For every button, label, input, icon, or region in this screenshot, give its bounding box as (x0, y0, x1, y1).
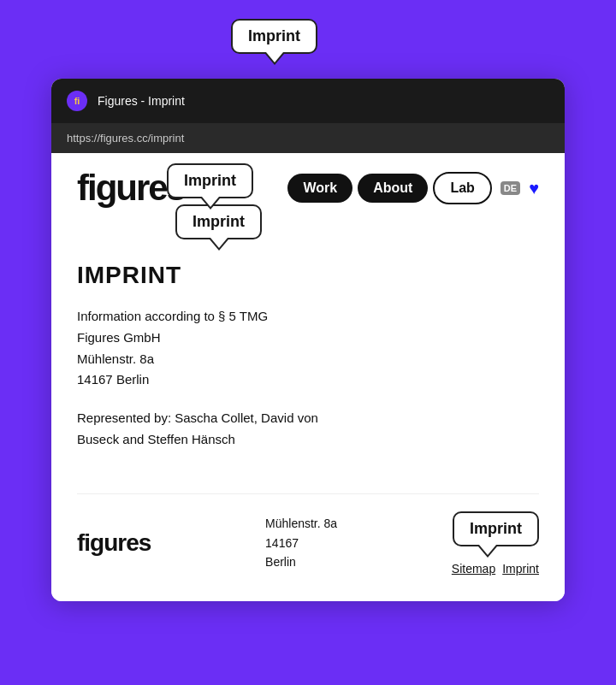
browser-tab-title: Figures - Imprint (98, 94, 185, 108)
footer-addr3: Berlin (265, 552, 337, 571)
footer-address: Mühlenstr. 8a 14167 Berlin (265, 514, 337, 571)
nav-about-button[interactable]: About (358, 174, 428, 203)
browser-window: fi Figures - Imprint https://figures.cc/… (51, 79, 565, 601)
tooltip-footer: Imprint (453, 511, 539, 546)
content-section: IMPRINT Information according to § 5 TMG… (77, 253, 539, 485)
page-content: Imprint figures Work About Lab DE ♥ Impr… (51, 153, 565, 601)
tooltip-top: Imprint (231, 19, 317, 54)
info-city: 14167 Berlin (77, 369, 539, 391)
browser-titlebar: fi Figures - Imprint (51, 79, 565, 123)
nav-links: Work About Lab DE ♥ (287, 172, 539, 204)
rep-line1: Represented by: Sascha Collet, David von (77, 408, 539, 429)
footer-imprint-link[interactable]: Imprint (502, 562, 539, 576)
nav-work-button[interactable]: Work (287, 174, 352, 203)
info-block: Information according to § 5 TMG Figures… (77, 306, 539, 391)
lang-badge[interactable]: DE (500, 181, 520, 195)
nav-bar: figures Work About Lab DE ♥ (77, 170, 539, 206)
info-company: Figures GmbH (77, 328, 539, 349)
footer-sitemap-link[interactable]: Sitemap (452, 562, 495, 576)
tooltip-section: Imprint (175, 204, 262, 239)
heart-icon: ♥ (529, 179, 539, 198)
info-tmg: Information according to § 5 TMG (77, 306, 539, 328)
footer-links: Imprint Sitemap Imprint (452, 511, 539, 576)
rep-block: Represented by: Sascha Collet, David von… (77, 408, 539, 451)
rep-line2: Buseck and Steffen Hänsch (77, 429, 539, 451)
footer-addr2: 14167 (265, 534, 337, 552)
page-title: IMPRINT (77, 262, 539, 289)
browser-addressbar[interactable]: https://figures.cc/imprint (51, 123, 565, 153)
tooltip-nav: Imprint (167, 163, 253, 198)
nav-lab-button[interactable]: Lab (433, 172, 491, 204)
footer-logo: figures (77, 529, 151, 557)
favicon: fi (67, 91, 87, 111)
page-footer: figures Mühlenstr. 8a 14167 Berlin Impri… (77, 493, 539, 576)
footer-addr1: Mühlenstr. 8a (265, 514, 337, 533)
info-street: Mühlenstr. 8a (77, 349, 539, 370)
